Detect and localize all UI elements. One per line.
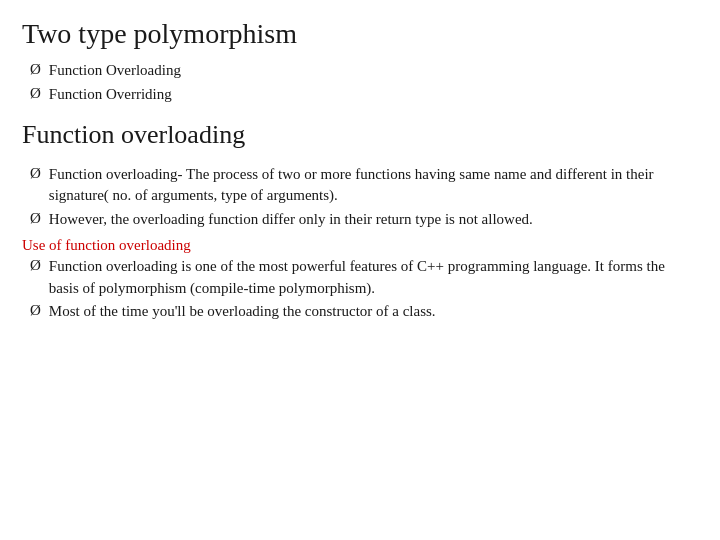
section-title: Function overloading: [22, 120, 698, 150]
main-title: Two type polymorphism: [22, 18, 698, 50]
section-bullet-text-2: However, the overloading function differ…: [49, 209, 533, 231]
bullet-arrow-icon: Ø: [30, 85, 41, 102]
page-container: Two type polymorphism Ø Function Overloa…: [0, 0, 720, 540]
top-bullet-text-1: Function Overloading: [49, 60, 181, 82]
bullet-arrow-icon: Ø: [30, 61, 41, 78]
use-bullet-list: Ø Function overloading is one of the mos…: [30, 256, 698, 323]
list-item: Ø Function overloading- The process of t…: [30, 164, 698, 208]
list-item: Ø However, the overloading function diff…: [30, 209, 698, 231]
list-item: Ø Function Overriding: [30, 84, 698, 106]
use-bullet-text-2: Most of the time you'll be overloading t…: [49, 301, 436, 323]
bullet-arrow-icon: Ø: [30, 302, 41, 319]
top-bullet-text-2: Function Overriding: [49, 84, 172, 106]
list-item: Ø Function Overloading: [30, 60, 698, 82]
list-item: Ø Most of the time you'll be overloading…: [30, 301, 698, 323]
list-item: Ø Function overloading is one of the mos…: [30, 256, 698, 300]
bullet-arrow-icon: Ø: [30, 210, 41, 227]
use-label: Use of function overloading: [22, 237, 698, 254]
bullet-arrow-icon: Ø: [30, 257, 41, 274]
top-bullet-list: Ø Function Overloading Ø Function Overri…: [30, 60, 698, 106]
use-bullet-text-1: Function overloading is one of the most …: [49, 256, 698, 300]
bullet-arrow-icon: Ø: [30, 165, 41, 182]
section-bullet-text-1: Function overloading- The process of two…: [49, 164, 698, 208]
section-bullet-list: Ø Function overloading- The process of t…: [30, 164, 698, 231]
